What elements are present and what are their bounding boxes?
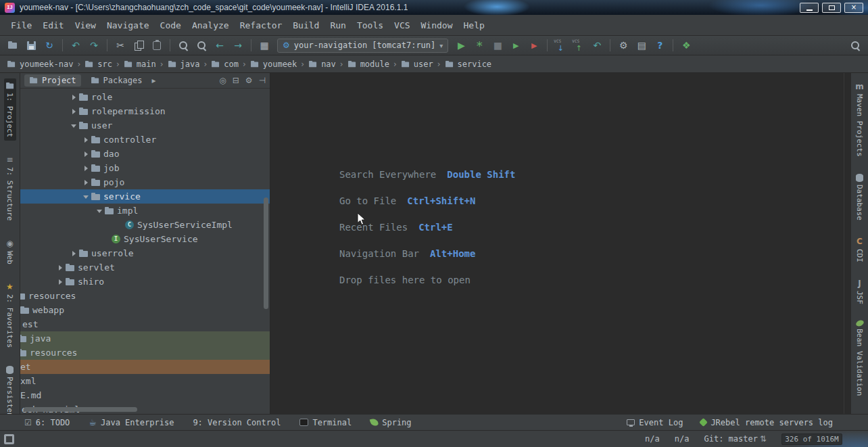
minimize-button[interactable]	[800, 3, 819, 13]
jrebel-run-button[interactable]: ▶	[508, 38, 524, 53]
menu-tools[interactable]: Tools	[352, 18, 389, 33]
menu-navigate[interactable]: Navigate	[101, 18, 155, 33]
collapse-all-icon[interactable]: ⊟	[233, 76, 239, 85]
breadcrumb[interactable]: nav	[307, 59, 337, 70]
toolwindow-button-version-control[interactable]: 9: Version Control	[193, 418, 281, 427]
project-structure-button[interactable]: ▤	[633, 38, 650, 53]
stop-button[interactable]: ■	[489, 38, 506, 53]
tree-item[interactable]: xml	[20, 374, 270, 388]
commit-changes-button[interactable]: VCS↑	[571, 38, 587, 53]
tree-item-test-source[interactable]: resources	[20, 346, 270, 360]
toolwindow-button-database[interactable]: Database	[854, 170, 865, 224]
menu-file[interactable]: File	[5, 18, 37, 33]
chevron-down-icon[interactable]	[82, 192, 91, 202]
replace-button[interactable]	[193, 38, 210, 53]
tree-item[interactable]: userrole	[20, 246, 270, 260]
maximize-button[interactable]	[822, 3, 841, 13]
menu-vcs[interactable]: VCS	[389, 18, 415, 33]
open-button[interactable]	[5, 38, 21, 53]
toolwindow-button-bean-validation[interactable]: Bean Validation	[854, 317, 865, 399]
horizontal-scrollbar[interactable]	[24, 407, 137, 412]
help-button[interactable]: ?	[652, 38, 668, 53]
jrebel-debug-button[interactable]: ▶	[526, 38, 542, 53]
tree-item[interactable]: resources	[20, 289, 270, 303]
vertical-scrollbar[interactable]	[264, 197, 268, 309]
chevron-down-icon[interactable]	[95, 206, 105, 216]
back-button[interactable]: ←	[212, 38, 228, 53]
vcs-branch-status[interactable]: Git: master⇅	[704, 434, 767, 444]
toolwindow-button-spring[interactable]: Spring	[370, 418, 411, 427]
caret-position-status[interactable]: n/a	[645, 434, 660, 444]
toolwindow-button-maven[interactable]: mMaven Projects	[854, 79, 865, 160]
chevron-right-icon[interactable]	[82, 149, 91, 159]
compile-button[interactable]: ▦	[256, 38, 272, 53]
tree-item-excluded[interactable]: et	[20, 360, 270, 374]
chevron-right-icon[interactable]	[70, 93, 79, 102]
tab-packages[interactable]: Packages	[86, 74, 147, 87]
menu-refactor[interactable]: Refactor	[235, 18, 288, 33]
menu-build[interactable]: Build	[287, 18, 324, 33]
toolwindow-quick-access-button[interactable]	[4, 434, 14, 444]
memory-indicator[interactable]: 326 of 1016M	[781, 433, 842, 445]
settings-button[interactable]: ⚙	[615, 38, 631, 53]
toolwindow-button-structure[interactable]: ≡7: Structure	[4, 152, 16, 224]
tree-item[interactable]: job	[20, 161, 270, 175]
tree-item[interactable]: webapp	[20, 303, 270, 317]
update-project-button[interactable]: VCS↓	[552, 38, 569, 53]
chevron-down-icon[interactable]	[70, 121, 79, 131]
chevron-right-icon[interactable]	[82, 135, 91, 145]
run-button[interactable]: ▶	[453, 38, 469, 53]
tabs-overflow-icon[interactable]: ▸	[151, 76, 155, 85]
toolwindow-button-web[interactable]: ◉Web	[4, 236, 16, 268]
menu-edit[interactable]: Edit	[37, 18, 69, 33]
chevron-right-icon[interactable]	[56, 277, 66, 287]
undo-button[interactable]: ↶	[68, 38, 84, 53]
menu-view[interactable]: View	[70, 18, 101, 33]
search-everywhere-button[interactable]	[847, 38, 863, 53]
toolwindow-button-jrebel-log[interactable]: JRebel remote servers log	[700, 418, 833, 427]
toolwindow-button-java-enterprise[interactable]: ☕Java Enterprise	[89, 417, 174, 427]
editor-scrollbar[interactable]	[844, 73, 850, 414]
menu-window[interactable]: Window	[416, 18, 458, 33]
tree-item[interactable]: shiro	[20, 275, 270, 289]
tree-item[interactable]: servlet	[20, 260, 270, 275]
tree-item[interactable]: CSysUserServiceImpl	[20, 218, 270, 232]
find-button[interactable]	[175, 38, 191, 53]
encoding-status[interactable]: n/a	[675, 434, 690, 444]
tree-item[interactable]: dao	[20, 147, 270, 161]
menu-help[interactable]: Help	[458, 18, 490, 33]
breadcrumb[interactable]: service	[443, 59, 493, 70]
tree-item[interactable]: rolepermission	[20, 104, 270, 118]
tree-item[interactable]: role	[20, 90, 270, 104]
toolwindow-button-jsf[interactable]: JJSF	[854, 276, 865, 308]
tree-item[interactable]: E.md	[20, 388, 270, 402]
editor-pane[interactable]: Search EverywhereDouble Shift Go to File…	[270, 73, 844, 414]
breadcrumb[interactable]: youmeek-nav	[5, 59, 74, 70]
chevron-right-icon[interactable]	[82, 164, 91, 173]
tree-item[interactable]: ISysUserService	[20, 232, 270, 246]
run-configuration-select[interactable]: ⚙ your-navigation [tomcat7:run] ▾	[277, 39, 448, 53]
menu-run[interactable]: Run	[324, 18, 351, 33]
synchronize-button[interactable]: ↻	[41, 38, 57, 53]
breadcrumb[interactable]: com	[210, 59, 240, 70]
tree-item-selected[interactable]: service	[20, 189, 270, 204]
breadcrumb[interactable]: youmeek	[249, 59, 299, 70]
tree-item-test-source[interactable]: java	[20, 331, 270, 346]
chevron-right-icon[interactable]	[70, 107, 79, 116]
plugin-button[interactable]: ❖	[678, 38, 694, 53]
cut-button[interactable]: ✂	[112, 38, 128, 53]
tree-item[interactable]: pojo	[20, 175, 270, 189]
run-coverage-button[interactable]: *	[471, 38, 487, 53]
tab-project[interactable]: Project	[24, 74, 81, 87]
chevron-right-icon[interactable]	[56, 263, 66, 273]
save-button[interactable]	[23, 38, 39, 53]
toolwindow-button-cdi[interactable]: CCDI	[854, 234, 865, 266]
chevron-right-icon[interactable]	[70, 249, 79, 258]
breadcrumb[interactable]: main	[122, 59, 158, 70]
toolwindow-button-todo[interactable]: ☑6: TODO	[24, 418, 70, 427]
paste-button[interactable]	[149, 38, 165, 53]
toolwindow-button-terminal[interactable]: Terminal	[299, 418, 352, 427]
breadcrumb[interactable]: module	[346, 59, 391, 70]
breadcrumb[interactable]: src	[83, 59, 114, 70]
menu-code[interactable]: Code	[155, 18, 187, 33]
